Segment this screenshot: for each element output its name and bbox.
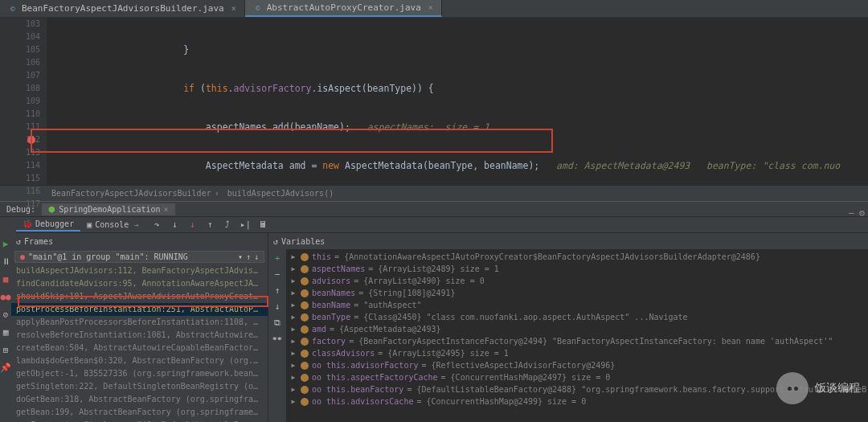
frame-item[interactable]: getObject:-1, 835527336 (org.springframe… [11, 367, 268, 380]
evaluate-icon[interactable]: 🖩 [257, 219, 268, 231]
variable-value: = {ArrayList@2495} size = 1 [378, 347, 509, 359]
debugger-tab[interactable]: 🐞 Debugger [16, 218, 80, 231]
step-into-icon[interactable]: ↓ [169, 219, 180, 231]
line-number: 108 [0, 82, 40, 95]
editor-tabs: © BeanFactoryAspectJAdvisorsBuilder.java… [0, 0, 868, 18]
expand-icon[interactable]: ▶ [289, 359, 297, 371]
run-to-cursor-icon[interactable]: ▸| [240, 219, 251, 231]
expand-icon[interactable]: ▶ [289, 323, 297, 335]
duplicate-icon[interactable]: ⧉ [272, 317, 283, 328]
frame-item[interactable]: applyBeanPostProcessorsBeforeInstantiati… [11, 316, 268, 329]
code-area[interactable]: } if (this.advisorFactory.isAspect(beanT… [47, 18, 868, 185]
close-icon[interactable]: × [164, 205, 169, 214]
debug-panels: ▶ ⏸ ■ ●● ⊘ ▦ ⊞ 📌 ↺ Frames ● "main"@1 in … [0, 233, 868, 422]
variable-name: oo this.advisorsCache [312, 395, 413, 408]
frame-item[interactable]: lambda$doGetBean$0:320, AbstractBeanFact… [11, 354, 268, 367]
breadcrumb-method[interactable]: buildAspectJAdvisors() [224, 189, 337, 198]
variable-row[interactable]: ▶factory = {BeanFactoryAspectInstanceFac… [286, 335, 868, 347]
toolwindow-actions: − ⚙ [849, 207, 865, 219]
expand-icon[interactable]: ▶ [289, 263, 297, 275]
step-out-icon[interactable]: ↑ [204, 219, 215, 231]
expand-icon[interactable]: ▶ [289, 371, 297, 383]
line-number: 105 [0, 43, 40, 56]
glasses-icon[interactable]: 👓 [272, 333, 283, 344]
variable-icon [301, 374, 309, 382]
tab-abstractautoproxy[interactable]: © AbstractAutoProxyCreator.java × [245, 0, 442, 17]
expand-icon[interactable]: ▶ [289, 395, 297, 408]
pause-icon[interactable]: ⏸ [0, 256, 11, 267]
expand-icon[interactable]: ▶ [289, 311, 297, 323]
settings-icon[interactable]: ⊞ [0, 344, 11, 355]
restore-layout-icon[interactable]: ↺ [16, 237, 21, 246]
force-step-into-icon[interactable]: ↓ [186, 219, 198, 231]
frame-item[interactable]: buildAspectJAdvisors:112, BeanFactoryAsp… [11, 264, 268, 277]
variable-row[interactable]: ▶beanType = {Class@2450} "class com.nuof… [286, 311, 868, 323]
line-number: 109 [0, 95, 40, 108]
thread-dropdown[interactable]: ● "main"@1 in group "main": RUNNING ▾ ↑ … [14, 251, 264, 263]
restore-layout-icon[interactable]: ↺ [273, 237, 278, 246]
frame-item[interactable]: postProcessBeforeInstantiation:251, Abst… [11, 303, 268, 316]
stop-icon[interactable]: ■ [0, 273, 11, 285]
frame-item[interactable]: findCandidateAdvisors:95, AnnotationAwar… [11, 277, 268, 290]
close-icon[interactable]: × [231, 4, 236, 13]
line-number: 103 [0, 18, 40, 31]
variables-title: Variables [281, 237, 325, 246]
variable-row[interactable]: ▶beanNames = {String[108]@2491} [286, 287, 868, 299]
expand-icon[interactable]: ▶ [289, 251, 297, 263]
console-tab[interactable]: ▣ Console → [80, 219, 145, 231]
variable-value: = {AspectMetadata@2493} [330, 323, 440, 335]
layout-icon[interactable]: ▦ [0, 326, 11, 338]
variable-row[interactable]: ▶oo this.advisorFactory = {ReflectiveAsp… [286, 359, 868, 371]
frame-item[interactable]: shouldSkip:101, AspectJAwareAdvisorAutoP… [11, 290, 268, 303]
remove-watch-icon[interactable]: − [272, 268, 283, 280]
variable-name: oo this.beanFactory [312, 383, 403, 395]
drop-frame-icon[interactable]: ⤴ [222, 219, 233, 231]
debug-config-tab[interactable]: ⬢ SpringDemoApplication × [42, 203, 174, 215]
expand-icon[interactable]: ▶ [289, 287, 297, 299]
prev-frame-icon[interactable]: ↑ [246, 252, 251, 261]
expand-icon[interactable]: ▶ [289, 299, 297, 311]
variable-row[interactable]: ▶beanName = "authAspect" [286, 299, 868, 311]
pin-icon[interactable]: 📌 [0, 362, 11, 373]
variable-value: = {BeanFactoryAspectInstanceFactory@2494… [349, 335, 833, 347]
variable-value: = {String[108]@2491} [358, 287, 455, 299]
frame-item[interactable]: preInstantiateSingletons:849, DefaultLis… [11, 419, 268, 422]
tab-beanfactory[interactable]: © BeanFactoryAspectJAdvisorsBuilder.java… [0, 0, 245, 17]
variable-row[interactable]: ▶advisors = {ArrayList@2490} size = 0 [286, 275, 868, 287]
frame-item[interactable]: getBean:199, AbstractBeanFactory (org.sp… [11, 406, 268, 419]
down-icon[interactable]: ↓ [272, 301, 283, 312]
frame-item[interactable]: getSingleton:222, DefaultSingletonBeanRe… [11, 380, 268, 393]
frames-list[interactable]: buildAspectJAdvisors:112, BeanFactoryAsp… [11, 264, 268, 422]
variable-row[interactable]: ▶classAdvisors = {ArrayList@2495} size =… [286, 347, 868, 359]
variable-icon [301, 398, 309, 406]
mute-breakpoints-icon[interactable]: ⊘ [0, 309, 11, 320]
breakpoint-icon[interactable] [27, 136, 35, 144]
expand-icon[interactable]: ▶ [289, 275, 297, 287]
variable-row[interactable]: ▶amd = {AspectMetadata@2493} [286, 323, 868, 335]
minimize-icon[interactable]: − [849, 207, 854, 219]
expand-icon[interactable]: ▶ [289, 335, 297, 347]
resume-icon[interactable]: ▶ [0, 238, 11, 249]
breadcrumb-class[interactable]: BeanFactoryAspectJAdvisorsBuilder [48, 189, 215, 198]
next-frame-icon[interactable]: ↓ [254, 252, 259, 261]
up-icon[interactable]: ↑ [272, 285, 283, 296]
java-file-icon: © [8, 4, 18, 14]
watermark-logo [776, 372, 809, 404]
variable-row[interactable]: ▶aspectNames = {ArrayList@2489} size = 1 [286, 263, 868, 275]
frame-item[interactable]: resolveBeforeInstantiation:1081, Abstrac… [11, 329, 268, 342]
view-breakpoints-icon[interactable]: ●● [0, 291, 11, 302]
expand-icon[interactable]: ▶ [289, 383, 297, 395]
close-icon[interactable]: × [428, 3, 433, 12]
expand-icon[interactable]: ▶ [289, 347, 297, 359]
variable-name: beanNames [312, 287, 355, 299]
variable-row[interactable]: ▶this = {AnnotationAwareAspectJAutoProxy… [286, 251, 868, 263]
code-line: } [47, 43, 868, 56]
variable-name: oo this.advisorFactory [312, 359, 418, 371]
frame-item[interactable]: createBean:504, AbstractAutowireCapableB… [11, 342, 268, 354]
breadcrumb[interactable]: BeanFactoryAspectJAdvisorsBuilder› build… [0, 185, 868, 201]
gear-icon[interactable]: ⚙ [859, 207, 865, 219]
frame-item[interactable]: doGetBean:318, AbstractBeanFactory (org.… [11, 393, 268, 406]
gutter[interactable]: 103 104 105 106 107 108 109 110 111 112 … [0, 18, 47, 185]
step-over-icon[interactable]: ↷ [151, 219, 162, 231]
add-watch-icon[interactable]: + [272, 252, 283, 264]
